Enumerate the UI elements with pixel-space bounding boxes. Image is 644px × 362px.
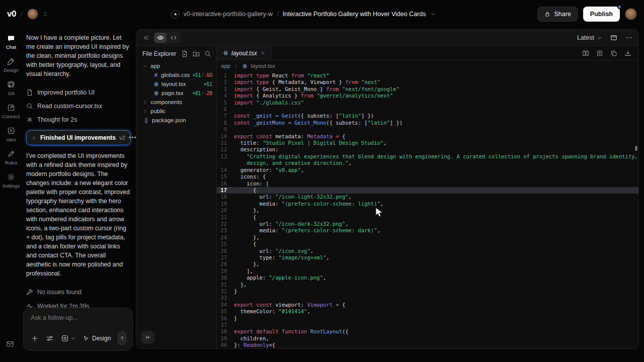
code-line-6: 6 bbox=[217, 106, 638, 113]
code-toggle-button[interactable] bbox=[168, 33, 180, 43]
spark-icon bbox=[26, 116, 33, 123]
settings-icon bbox=[7, 173, 15, 181]
code-line-1: 1import type React from "react" bbox=[217, 72, 638, 79]
close-tab-icon[interactable] bbox=[260, 50, 266, 56]
tree-folder-public[interactable]: public bbox=[136, 107, 216, 116]
code-area[interactable]: 1import type React from "react"2import t… bbox=[217, 71, 638, 348]
code-line-24: 24 }, bbox=[217, 234, 638, 241]
tree-folder-app[interactable]: app bbox=[136, 61, 216, 70]
tab-layout-tsx[interactable]: layout.tsx bbox=[217, 46, 272, 60]
chevron-down-icon bbox=[597, 35, 602, 41]
css-file-icon: # bbox=[153, 72, 158, 78]
version-card-label: Finished UI improvements bbox=[40, 133, 116, 142]
tree-file-package-json[interactable]: {}package.json bbox=[136, 116, 216, 125]
new-folder-button[interactable] bbox=[193, 50, 200, 57]
sidebar-item-connect[interactable]: Connect bbox=[0, 104, 22, 119]
composer-settings-button[interactable] bbox=[46, 334, 54, 342]
divider: / bbox=[21, 10, 23, 19]
collapse-left-icon bbox=[145, 334, 151, 340]
tool-call-list: Improved portfolio UIRead custom-cursor.… bbox=[26, 85, 131, 126]
composer-input[interactable]: Ask a follow-up... bbox=[31, 314, 126, 321]
file-explorer-title: File Explorer bbox=[142, 50, 176, 57]
tool-call-row[interactable]: Thought for 2s bbox=[26, 113, 131, 126]
copy-file-icon[interactable] bbox=[610, 50, 617, 57]
search-files-button[interactable] bbox=[204, 50, 211, 57]
attach-button[interactable] bbox=[31, 334, 39, 342]
tree-item-label: page.tsx bbox=[162, 90, 183, 96]
code-line-25: 25 { bbox=[217, 241, 638, 247]
code-line-11: 11 title: "Studio Pixel | Digital Design… bbox=[217, 140, 638, 146]
workspace-switcher-icon[interactable] bbox=[42, 11, 48, 17]
send-button[interactable] bbox=[118, 331, 126, 345]
split-editor-icon[interactable] bbox=[582, 50, 589, 57]
collapse-panel-button[interactable] bbox=[142, 34, 149, 41]
share-button[interactable]: Share bbox=[537, 7, 578, 22]
code-line-30: 30 apple: "/apple-icon.png", bbox=[217, 275, 638, 281]
top-header: v0 / v0-interactive-portfolio-gallery-w … bbox=[0, 0, 644, 28]
breadcrumb: v0-interactive-portfolio-gallery-w / Int… bbox=[171, 10, 436, 19]
version-selector[interactable]: Latest bbox=[577, 34, 602, 41]
model-selector[interactable] bbox=[61, 334, 76, 342]
version-card[interactable]: Finished UI improvements v2 ••• bbox=[26, 130, 131, 145]
download-icon[interactable] bbox=[624, 50, 631, 57]
code-line-38: 38export default function RootLayout({ bbox=[217, 328, 638, 335]
preview-toggle-button[interactable] bbox=[154, 33, 167, 43]
code-line-20: 20 }, bbox=[217, 207, 638, 214]
file-explorer: File Explorer app#globals.css+51 / -50la… bbox=[136, 46, 217, 348]
tool-call-row[interactable]: Improved portfolio UI bbox=[26, 85, 131, 99]
code-line-36: 36} bbox=[217, 315, 638, 322]
code-line-26: 26 url: "/icon.svg", bbox=[217, 248, 638, 254]
code-line-3: 3import { Geist, Geist_Mono } from "next… bbox=[217, 86, 638, 93]
breadcrumb-project[interactable]: v0-interactive-portfolio-gallery-w bbox=[184, 11, 273, 18]
publish-button[interactable]: Publish bbox=[583, 7, 620, 22]
breadcrumb-folder[interactable]: app bbox=[221, 63, 230, 69]
breadcrumb-file[interactable]: layout.tsx bbox=[251, 63, 275, 69]
workspace-avatar[interactable] bbox=[27, 9, 38, 20]
collapse-explorer-button[interactable] bbox=[141, 331, 154, 343]
sidebar-item-rules[interactable]: Rules bbox=[0, 150, 22, 165]
tree-folder-components[interactable]: components bbox=[136, 98, 216, 107]
design-mode-toggle[interactable]: Design bbox=[83, 335, 111, 342]
tree-file-layout-tsx[interactable]: layout.tsx+51 bbox=[136, 79, 216, 88]
new-file-button[interactable] bbox=[181, 50, 188, 57]
status-label: No issues found bbox=[37, 288, 82, 297]
diff-stats: +81 / -28 bbox=[192, 90, 212, 96]
tree-file-page-tsx[interactable]: page.tsx+81 / -28 bbox=[136, 88, 216, 98]
sidebar-item-chat[interactable]: Chat bbox=[0, 34, 22, 50]
user-avatar[interactable] bbox=[625, 8, 637, 20]
sidebar-item-label: Rules bbox=[5, 160, 17, 165]
vercel-project-icon[interactable] bbox=[171, 10, 180, 19]
v0-logo[interactable]: v0 bbox=[7, 9, 16, 19]
panel-more-button[interactable] bbox=[625, 34, 632, 41]
tree-item-label: public bbox=[150, 108, 166, 114]
version-badge: v2 bbox=[119, 133, 125, 142]
sidebar-item-settings[interactable]: Settings bbox=[0, 173, 22, 189]
sidebar-item-design[interactable]: Design bbox=[0, 57, 22, 73]
design-cursor-icon bbox=[83, 335, 89, 341]
code-line-31: 31 }, bbox=[217, 282, 638, 288]
sidebar-item-vars[interactable]: Vars bbox=[0, 127, 22, 142]
tool-call-label: Thought for 2s bbox=[37, 115, 77, 124]
chev-down-icon bbox=[142, 63, 148, 69]
code-line-9: 9 bbox=[217, 126, 638, 133]
open-in-browser-icon[interactable] bbox=[610, 34, 617, 41]
tab-label: layout.tsx bbox=[231, 50, 257, 57]
feedback-mail-icon[interactable] bbox=[6, 340, 14, 348]
tree-file-globals-css[interactable]: #globals.css+51 / -50 bbox=[136, 70, 216, 79]
code-line-33: 33 bbox=[217, 295, 638, 301]
chat-composer[interactable]: Ask a follow-up... Design bbox=[23, 308, 133, 351]
tool-call-row[interactable]: Read custom-cursor.tsx bbox=[26, 99, 131, 113]
workbench-panel: Latest File Explorer app#globals.css+51 … bbox=[136, 29, 639, 349]
chat-icon bbox=[7, 34, 15, 42]
git-icon bbox=[7, 80, 15, 88]
share-label: Share bbox=[554, 11, 571, 18]
breadcrumb-chat-title[interactable]: Interactive Portfolio Gallery with Hover… bbox=[283, 11, 426, 18]
breadcrumb-separator: / bbox=[277, 10, 279, 18]
export-file-icon[interactable] bbox=[596, 50, 603, 57]
chevron-down-icon[interactable] bbox=[430, 11, 436, 17]
sidebar-item-git[interactable]: Git bbox=[0, 80, 22, 96]
code-line-17: 17 { bbox=[217, 187, 638, 194]
code-line-4: 4import { Analytics } from "@vercel/anal… bbox=[217, 93, 638, 99]
editor-scrollbar[interactable] bbox=[635, 146, 637, 151]
tree-item-label: package.json bbox=[152, 117, 186, 123]
